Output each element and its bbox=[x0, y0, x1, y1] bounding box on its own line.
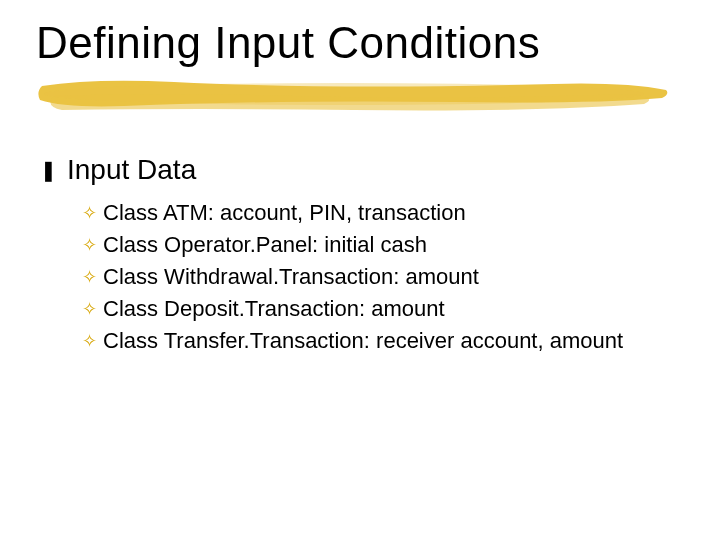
slide-title: Defining Input Conditions bbox=[36, 18, 540, 68]
title-underline-brush bbox=[34, 72, 674, 116]
bullet-level2-icon: ✧ bbox=[82, 263, 97, 291]
list-item-text: Class Operator.Panel: initial cash bbox=[103, 231, 427, 259]
list-item-text: Class ATM: account, PIN, transaction bbox=[103, 199, 466, 227]
section-heading-row: ❚ Input Data bbox=[40, 155, 660, 185]
item-list: ✧ Class ATM: account, PIN, transaction ✧… bbox=[82, 199, 660, 355]
bullet-level2-icon: ✧ bbox=[82, 295, 97, 323]
list-item: ✧ Class ATM: account, PIN, transaction bbox=[82, 199, 660, 227]
bullet-level2-icon: ✧ bbox=[82, 199, 97, 227]
list-item-text: Class Deposit.Transaction: amount bbox=[103, 295, 445, 323]
bullet-level2-icon: ✧ bbox=[82, 231, 97, 259]
svg-point-0 bbox=[44, 83, 644, 105]
content-section: ❚ Input Data ✧ Class ATM: account, PIN, … bbox=[40, 155, 660, 359]
list-item: ✧ Class Withdrawal.Transaction: amount bbox=[82, 263, 660, 291]
bullet-level2-icon: ✧ bbox=[82, 327, 97, 355]
list-item: ✧ Class Deposit.Transaction: amount bbox=[82, 295, 660, 323]
list-item: ✧ Class Operator.Panel: initial cash bbox=[82, 231, 660, 259]
section-heading: Input Data bbox=[67, 155, 196, 185]
list-item-text: Class Transfer.Transaction: receiver acc… bbox=[103, 327, 623, 355]
list-item: ✧ Class Transfer.Transaction: receiver a… bbox=[82, 327, 660, 355]
list-item-text: Class Withdrawal.Transaction: amount bbox=[103, 263, 479, 291]
bullet-level1-icon: ❚ bbox=[40, 155, 57, 185]
slide: Defining Input Conditions ❚ Input Data ✧… bbox=[0, 0, 720, 540]
